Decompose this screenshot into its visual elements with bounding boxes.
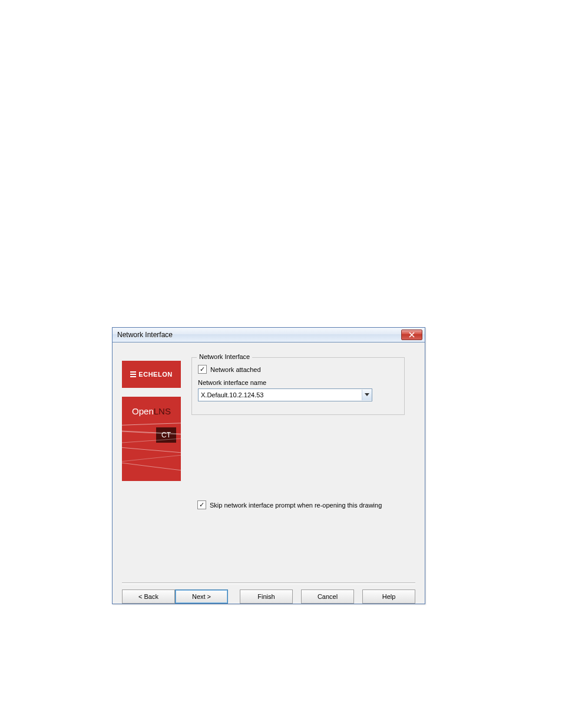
echelon-logo: ECHELON	[122, 361, 181, 388]
cancel-button[interactable]: Cancel	[301, 589, 354, 604]
openlns-label: OpenLNS	[122, 406, 181, 416]
finish-button[interactable]: Finish	[240, 589, 293, 604]
network-attached-checkbox[interactable]: ✓	[198, 365, 207, 374]
back-button[interactable]: < Back	[122, 589, 175, 604]
group-legend: Network Interface	[197, 353, 252, 360]
network-interface-dialog: Network Interface ECHELON OpenLNS CT	[112, 327, 425, 604]
chevron-down-icon	[365, 393, 369, 397]
ct-label: CT	[156, 427, 176, 443]
interface-name-dropdown[interactable]: X.Default.10.2.124.53	[198, 388, 372, 401]
echelon-text: ECHELON	[138, 371, 172, 378]
network-attached-label: Network attached	[210, 366, 261, 373]
skip-prompt-label: Skip network interface prompt when re-op…	[210, 502, 382, 509]
network-attached-row: ✓ Network attached	[198, 365, 261, 374]
skip-prompt-row: ✓ Skip network interface prompt when re-…	[197, 500, 382, 509]
openlns-ct-panel: OpenLNS CT	[122, 397, 181, 481]
title-bar[interactable]: Network Interface	[113, 328, 425, 342]
brand-sidebar: ECHELON OpenLNS CT	[122, 361, 181, 481]
button-divider	[122, 582, 415, 584]
close-button[interactable]	[401, 330, 422, 340]
interface-name-label: Network interface name	[198, 379, 266, 386]
dialog-title: Network Interface	[117, 331, 173, 339]
help-button[interactable]: Help	[362, 589, 415, 604]
network-interface-group: Network Interface ✓ Network attached Net…	[191, 357, 405, 415]
dropdown-button[interactable]	[362, 390, 372, 400]
skip-prompt-checkbox[interactable]: ✓	[197, 500, 206, 509]
echelon-bars-icon	[130, 371, 136, 377]
wizard-button-row: < Back Next > Finish Cancel Help	[117, 589, 415, 604]
dialog-body: ECHELON OpenLNS CT Network Interface ✓ N…	[117, 347, 420, 599]
close-icon	[409, 332, 415, 338]
next-button[interactable]: Next >	[175, 589, 228, 604]
interface-name-value: X.Default.10.2.124.53	[199, 391, 362, 398]
